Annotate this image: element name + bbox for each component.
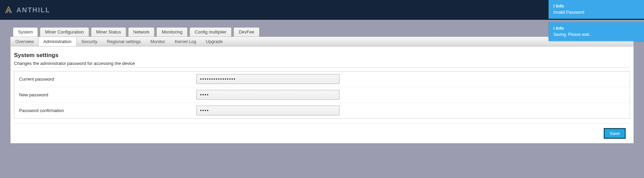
label-current-password: Current password <box>19 77 196 82</box>
toast-title: i Info <box>553 3 639 9</box>
save-button[interactable]: Save <box>604 128 625 138</box>
toast-message: Saving. Please wait.. <box>553 32 639 37</box>
logo-icon <box>4 5 13 14</box>
row-new-password: New password <box>14 87 630 103</box>
subtab-upgrade[interactable]: Upgrade <box>201 37 228 46</box>
subtab-monitor[interactable]: Monitor <box>146 37 170 46</box>
label-new-password: New password <box>19 92 196 97</box>
primary-tabs: System Miner Configuration Miner Status … <box>0 27 644 37</box>
tab-system[interactable]: System <box>13 27 38 37</box>
tab-miner-configuration[interactable]: Miner Configuration <box>40 27 89 37</box>
row-password-confirmation: Password confirmation <box>14 103 630 118</box>
input-current-password[interactable] <box>196 74 340 84</box>
subtab-overview[interactable]: Overview <box>11 37 39 46</box>
password-form: Current password New password Password c… <box>14 71 630 119</box>
section-description: Changes the administrator password for a… <box>14 61 630 68</box>
toast-invalid-password: i Info Invalid Password <box>549 0 644 19</box>
tab-devfee[interactable]: DevFee <box>234 27 259 37</box>
toast-title: i Info <box>553 26 639 31</box>
label-password-confirmation: Password confirmation <box>19 108 196 113</box>
subtab-administration[interactable]: Administration <box>38 37 76 46</box>
subtab-kernel-log[interactable]: Kernel Log <box>170 37 201 46</box>
toast-message: Invalid Password <box>553 10 639 15</box>
toast-saving: i Info Saving. Please wait.. <box>549 22 644 41</box>
secondary-tabs: Overview Administration Security Regiona… <box>10 37 634 46</box>
tab-miner-status[interactable]: Miner Status <box>91 27 126 37</box>
notification-stack: i Info Invalid Password i Info Saving. P… <box>549 0 644 41</box>
tab-monitoring[interactable]: Monitoring <box>156 27 188 37</box>
brand-logo: ANTHILL <box>4 5 50 14</box>
brand-name: ANTHILL <box>16 6 50 14</box>
input-password-confirmation[interactable] <box>196 106 340 115</box>
app-header: ANTHILL Online 3.8.6 Find Miner St <box>0 0 644 20</box>
input-new-password[interactable] <box>196 90 340 100</box>
subtab-security[interactable]: Security <box>77 37 102 46</box>
section-title: System settings <box>14 52 630 59</box>
subtab-regional-settings[interactable]: Regional settings <box>102 37 146 46</box>
main-panel: System settings Changes the administrato… <box>10 46 634 143</box>
row-current-password: Current password <box>14 71 630 87</box>
tab-config-multiplier[interactable]: Config multiplier <box>190 27 231 37</box>
tab-network[interactable]: Network <box>128 27 155 37</box>
